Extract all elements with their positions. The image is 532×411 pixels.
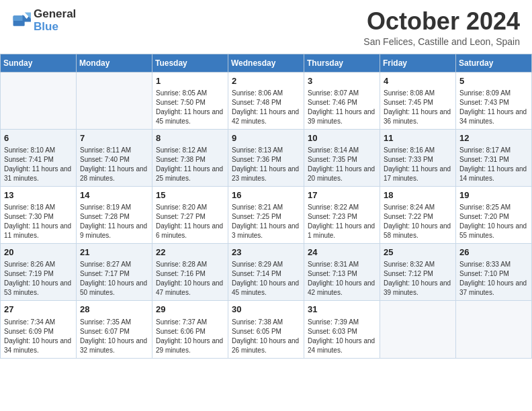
calendar-cell: 31Sunrise: 7:39 AM Sunset: 6:03 PM Dayli… [304, 301, 380, 358]
day-number: 27 [4, 304, 73, 316]
calendar-cell: 5Sunrise: 8:09 AM Sunset: 7:43 PM Daylig… [456, 72, 532, 129]
day-number: 22 [156, 246, 224, 259]
calendar-cell: 8Sunrise: 8:12 AM Sunset: 7:38 PM Daylig… [152, 129, 228, 186]
day-number: 13 [4, 189, 73, 201]
day-info: Sunrise: 8:25 AM Sunset: 7:20 PM Dayligh… [459, 203, 528, 240]
day-info: Sunrise: 8:28 AM Sunset: 7:16 PM Dayligh… [156, 260, 224, 298]
calendar-cell: 14Sunrise: 8:19 AM Sunset: 7:28 PM Dayli… [77, 186, 152, 243]
day-number: 8 [156, 132, 224, 144]
day-number: 15 [156, 189, 224, 201]
logo: General Blue [12, 8, 76, 33]
calendar-cell [456, 301, 532, 358]
calendar-week-row: 20Sunrise: 8:26 AM Sunset: 7:19 PM Dayli… [1, 244, 532, 301]
day-info: Sunrise: 8:33 AM Sunset: 7:10 PM Dayligh… [459, 260, 528, 298]
day-info: Sunrise: 8:21 AM Sunset: 7:25 PM Dayligh… [232, 203, 300, 240]
logo-icon [12, 11, 31, 30]
day-info: Sunrise: 8:09 AM Sunset: 7:43 PM Dayligh… [459, 89, 528, 126]
calendar-cell: 2Sunrise: 8:06 AM Sunset: 7:48 PM Daylig… [228, 72, 304, 129]
calendar-cell: 9Sunrise: 8:13 AM Sunset: 7:36 PM Daylig… [228, 129, 304, 186]
day-info: Sunrise: 8:05 AM Sunset: 7:50 PM Dayligh… [156, 89, 224, 126]
calendar-cell: 12Sunrise: 8:17 AM Sunset: 7:31 PM Dayli… [456, 129, 532, 186]
calendar-cell: 13Sunrise: 8:18 AM Sunset: 7:30 PM Dayli… [1, 186, 77, 243]
day-number: 5 [459, 75, 528, 87]
weekday-header: Monday [77, 54, 152, 72]
day-info: Sunrise: 8:29 AM Sunset: 7:14 PM Dayligh… [232, 260, 300, 298]
day-info: Sunrise: 8:06 AM Sunset: 7:48 PM Dayligh… [232, 89, 300, 126]
weekday-header: Thursday [304, 54, 380, 72]
calendar-cell: 3Sunrise: 8:07 AM Sunset: 7:46 PM Daylig… [304, 72, 380, 129]
day-info: Sunrise: 8:18 AM Sunset: 7:30 PM Dayligh… [4, 203, 73, 240]
calendar-cell: 10Sunrise: 8:14 AM Sunset: 7:35 PM Dayli… [304, 129, 380, 186]
day-info: Sunrise: 7:38 AM Sunset: 6:05 PM Dayligh… [232, 318, 300, 355]
day-info: Sunrise: 8:16 AM Sunset: 7:33 PM Dayligh… [384, 146, 452, 183]
day-info: Sunrise: 7:35 AM Sunset: 6:07 PM Dayligh… [80, 318, 148, 355]
day-number: 12 [459, 132, 528, 144]
day-info: Sunrise: 8:13 AM Sunset: 7:36 PM Dayligh… [232, 146, 300, 183]
day-info: Sunrise: 7:34 AM Sunset: 6:09 PM Dayligh… [4, 318, 73, 355]
day-info: Sunrise: 8:10 AM Sunset: 7:41 PM Dayligh… [4, 146, 73, 183]
title-block: October 2024 San Felices, Castille and L… [363, 8, 520, 47]
calendar-cell: 19Sunrise: 8:25 AM Sunset: 7:20 PM Dayli… [456, 186, 532, 243]
calendar-header-row: SundayMondayTuesdayWednesdayThursdayFrid… [1, 54, 532, 72]
day-info: Sunrise: 7:37 AM Sunset: 6:06 PM Dayligh… [156, 318, 224, 355]
day-number: 30 [232, 304, 300, 316]
calendar-cell [1, 72, 77, 129]
day-info: Sunrise: 8:14 AM Sunset: 7:35 PM Dayligh… [308, 146, 376, 183]
calendar-cell: 18Sunrise: 8:24 AM Sunset: 7:22 PM Dayli… [380, 186, 456, 243]
day-number: 1 [156, 75, 224, 87]
month-title: October 2024 [363, 8, 520, 35]
calendar-cell: 22Sunrise: 8:28 AM Sunset: 7:16 PM Dayli… [152, 244, 228, 301]
calendar-week-row: 27Sunrise: 7:34 AM Sunset: 6:09 PM Dayli… [1, 301, 532, 358]
location-subtitle: San Felices, Castille and Leon, Spain [363, 36, 520, 47]
day-info: Sunrise: 8:32 AM Sunset: 7:12 PM Dayligh… [384, 260, 452, 298]
calendar-cell: 26Sunrise: 8:33 AM Sunset: 7:10 PM Dayli… [456, 244, 532, 301]
weekday-header: Wednesday [228, 54, 304, 72]
calendar-cell: 17Sunrise: 8:22 AM Sunset: 7:23 PM Dayli… [304, 186, 380, 243]
day-number: 3 [308, 75, 376, 87]
day-number: 7 [80, 132, 148, 144]
day-info: Sunrise: 8:27 AM Sunset: 7:17 PM Dayligh… [80, 260, 148, 298]
day-number: 19 [459, 189, 528, 201]
calendar-week-row: 6Sunrise: 8:10 AM Sunset: 7:41 PM Daylig… [1, 129, 532, 186]
day-number: 28 [80, 304, 148, 316]
weekday-header: Tuesday [152, 54, 228, 72]
day-number: 10 [308, 132, 376, 144]
day-info: Sunrise: 8:26 AM Sunset: 7:19 PM Dayligh… [4, 260, 73, 298]
page-header: General Blue October 2024 San Felices, C… [0, 0, 532, 50]
calendar-cell: 21Sunrise: 8:27 AM Sunset: 7:17 PM Dayli… [77, 244, 152, 301]
calendar-cell [380, 301, 456, 358]
calendar-cell: 28Sunrise: 7:35 AM Sunset: 6:07 PM Dayli… [77, 301, 152, 358]
calendar-cell [77, 72, 152, 129]
day-info: Sunrise: 7:39 AM Sunset: 6:03 PM Dayligh… [308, 318, 376, 355]
day-number: 25 [384, 246, 452, 259]
day-number: 2 [232, 75, 300, 87]
day-number: 4 [384, 75, 452, 87]
day-number: 21 [80, 246, 148, 259]
day-number: 6 [4, 132, 73, 144]
day-number: 23 [232, 246, 300, 259]
day-info: Sunrise: 8:20 AM Sunset: 7:27 PM Dayligh… [156, 203, 224, 240]
day-info: Sunrise: 8:31 AM Sunset: 7:13 PM Dayligh… [308, 260, 376, 298]
day-number: 26 [459, 246, 528, 259]
calendar-week-row: 1Sunrise: 8:05 AM Sunset: 7:50 PM Daylig… [1, 72, 532, 129]
day-number: 14 [80, 189, 148, 201]
day-number: 20 [4, 246, 73, 259]
day-info: Sunrise: 8:07 AM Sunset: 7:46 PM Dayligh… [308, 89, 376, 126]
weekday-header: Saturday [456, 54, 532, 72]
calendar-cell: 25Sunrise: 8:32 AM Sunset: 7:12 PM Dayli… [380, 244, 456, 301]
day-info: Sunrise: 8:22 AM Sunset: 7:23 PM Dayligh… [308, 203, 376, 240]
day-info: Sunrise: 8:12 AM Sunset: 7:38 PM Dayligh… [156, 146, 224, 183]
calendar-cell: 27Sunrise: 7:34 AM Sunset: 6:09 PM Dayli… [1, 301, 77, 358]
day-number: 17 [308, 189, 376, 201]
calendar-cell: 1Sunrise: 8:05 AM Sunset: 7:50 PM Daylig… [152, 72, 228, 129]
day-info: Sunrise: 8:17 AM Sunset: 7:31 PM Dayligh… [459, 146, 528, 183]
day-number: 11 [384, 132, 452, 144]
calendar-cell: 24Sunrise: 8:31 AM Sunset: 7:13 PM Dayli… [304, 244, 380, 301]
day-number: 31 [308, 304, 376, 316]
weekday-header: Sunday [1, 54, 77, 72]
calendar-table: SundayMondayTuesdayWednesdayThursdayFrid… [0, 54, 532, 359]
calendar-week-row: 13Sunrise: 8:18 AM Sunset: 7:30 PM Dayli… [1, 186, 532, 243]
calendar-cell: 15Sunrise: 8:20 AM Sunset: 7:27 PM Dayli… [152, 186, 228, 243]
day-number: 29 [156, 304, 224, 316]
calendar-cell: 20Sunrise: 8:26 AM Sunset: 7:19 PM Dayli… [1, 244, 77, 301]
